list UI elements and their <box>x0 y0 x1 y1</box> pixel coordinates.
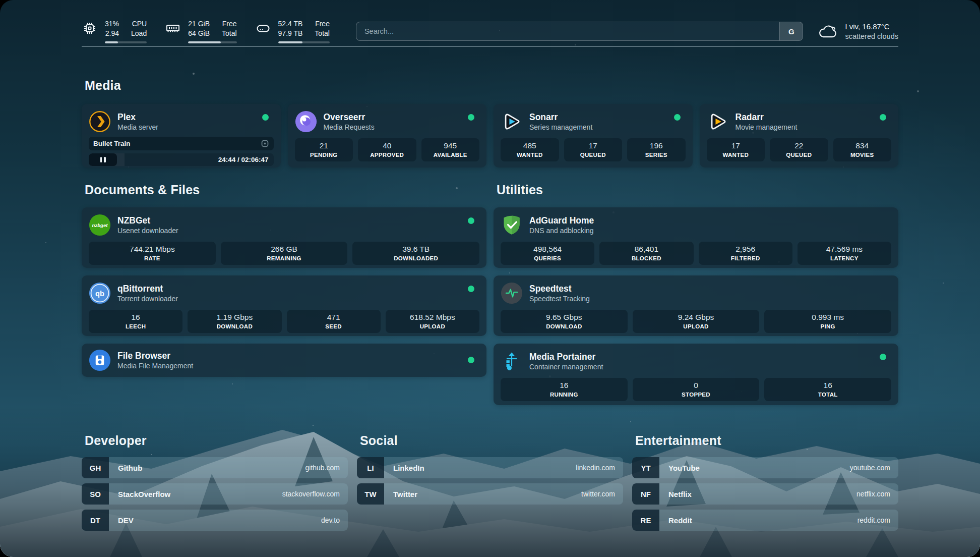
cpu-label: CPU <box>131 19 147 29</box>
ram-icon <box>165 20 181 36</box>
section-title-documents: Documents & Files <box>85 183 486 197</box>
bookmark-reddit[interactable]: RE Reddit reddit.com <box>632 510 898 531</box>
app-title: File Browser <box>117 350 193 361</box>
app-card-adguard[interactable]: AdGuard Home DNS and adblocking 498,564 … <box>494 207 898 268</box>
stat-box: 39.6 TB DOWNLOADED <box>352 242 479 265</box>
stat-box: 834 MOVIES <box>833 138 892 161</box>
cpu-icon <box>82 20 98 36</box>
stat-box: 16 LEECH <box>89 310 182 333</box>
status-dot <box>468 357 474 363</box>
pause-icon <box>100 157 102 162</box>
memory-free-label: Free <box>222 19 237 29</box>
snow-particles <box>0 0 1 1</box>
app-description: DNS and adblocking <box>529 226 594 235</box>
app-card-nzbget[interactable]: nzbget NZBGet Usenet downloader 744.21 M… <box>82 207 486 268</box>
sonarr-icon <box>501 110 523 133</box>
overseerr-icon <box>295 110 317 133</box>
status-dot <box>468 114 474 121</box>
status-dot <box>880 354 886 360</box>
stat-box: 16 TOTAL <box>764 378 891 401</box>
stat-box: 9.65 Gbps DOWNLOAD <box>501 310 628 333</box>
stat-box: 945 AVAILABLE <box>421 138 480 161</box>
status-dot <box>262 114 269 121</box>
app-title: Plex <box>117 112 158 123</box>
app-title: Sonarr <box>529 112 592 123</box>
memory-progress-bar <box>188 41 236 43</box>
stat-box: 0 STOPPED <box>633 378 760 401</box>
bookmark-url: twitter.com <box>581 490 615 498</box>
bookmark-netflix[interactable]: NF Netflix netflix.com <box>632 483 898 505</box>
bookmark-linkedin[interactable]: LI LinkedIn linkedin.com <box>357 457 623 478</box>
stat-box: 471 SEED <box>287 310 381 333</box>
app-card-overseerr[interactable]: Overseerr Media Requests 21 PENDING 40 A… <box>288 104 487 168</box>
bookmark-group-social: Social LI LinkedIn linkedin.com TW Twitt… <box>357 433 623 531</box>
app-description: Speedtest Tracking <box>529 294 590 303</box>
status-dot <box>674 114 681 121</box>
section-title-social: Social <box>360 433 623 448</box>
app-card-portainer[interactable]: Media Portainer Container management 16 … <box>494 344 898 405</box>
bookmark-github[interactable]: GH Github github.com <box>82 457 348 478</box>
app-card-radarr[interactable]: Radarr Movie management 17 WANTED 22 QUE… <box>700 104 899 168</box>
filebrowser-icon <box>89 349 111 371</box>
stat-box: 196 SERIES <box>627 138 686 161</box>
stat-box: 0.993 ms PING <box>764 310 891 333</box>
stat-box: 2,956 FILTERED <box>699 242 792 265</box>
bookmark-url: youtube.com <box>850 464 890 472</box>
cpu-progress-fill <box>105 41 118 43</box>
plex-icon <box>89 110 111 133</box>
section-title-developer: Developer <box>85 433 348 448</box>
pause-button[interactable] <box>89 153 117 166</box>
bookmark-youtube[interactable]: YT YouTube youtube.com <box>632 457 898 478</box>
google-search-button[interactable]: G <box>779 22 803 40</box>
bookmark-name: Github <box>118 464 142 472</box>
bookmark-url: reddit.com <box>858 516 890 524</box>
bookmark-name: LinkedIn <box>393 464 424 472</box>
app-card-sonarr[interactable]: Sonarr Series management 485 WANTED 17 Q… <box>494 104 693 168</box>
dashboard-screen: 31% 2.94 CPU Load <box>0 0 980 557</box>
disk-free-value: 52.4 TB <box>278 19 303 29</box>
stat-box: 22 QUEUED <box>770 138 828 161</box>
bookmark-stackoverflow[interactable]: SO StackOverflow stackoverflow.com <box>82 483 348 505</box>
app-card-qbittorrent[interactable]: qb qBittorrent Torrent downloader 16 <box>82 275 486 336</box>
bookmark-group-entertainment: Entertainment YT YouTube youtube.com NF … <box>632 433 898 531</box>
search-input[interactable] <box>356 22 779 40</box>
bookmark-dev[interactable]: DT DEV dev.to <box>82 510 348 531</box>
stat-box: 9.24 Gbps UPLOAD <box>633 310 760 333</box>
bookmark-name: YouTube <box>668 464 700 472</box>
speedtest-icon <box>501 282 523 304</box>
bookmark-group-developer: Developer GH Github github.com SO StackO… <box>82 433 348 531</box>
bookmark-abbr: TW <box>357 483 384 505</box>
app-title: Radarr <box>736 112 798 123</box>
bookmark-abbr: YT <box>632 457 659 478</box>
stat-box: 485 WANTED <box>501 138 559 161</box>
app-description: Media Requests <box>324 123 375 132</box>
disk-total-label: Total <box>315 29 330 38</box>
weather-widget: Lviv, 16.87°C scattered clouds <box>817 22 898 41</box>
disk-widget: 52.4 TB 97.9 TB Free Total <box>255 19 330 43</box>
nzbget-icon: nzbget <box>89 214 111 236</box>
search-bar: G <box>356 22 803 41</box>
header-divider <box>82 46 898 47</box>
app-title: NZBGet <box>117 215 178 226</box>
bookmark-twitter[interactable]: TW Twitter twitter.com <box>357 483 623 505</box>
bookmark-abbr: LI <box>357 457 384 478</box>
stat-box: 21 PENDING <box>295 138 353 161</box>
app-card-plex[interactable]: Plex Media server Bullet Train <box>82 104 281 168</box>
stat-box: 86,401 BLOCKED <box>599 242 693 265</box>
bookmark-abbr: NF <box>632 483 659 505</box>
stat-box: 47.569 ms LATENCY <box>798 242 891 265</box>
stat-box: 17 WANTED <box>707 138 765 161</box>
memory-progress-fill <box>188 41 221 43</box>
status-dot <box>880 114 886 121</box>
stat-box: 618.52 Mbps UPLOAD <box>386 310 479 333</box>
app-description: Media server <box>117 123 158 132</box>
memory-total-value: 64 GiB <box>188 29 210 38</box>
app-card-speedtest[interactable]: Speedtest Speedtest Tracking 9.65 Gbps D… <box>494 275 898 336</box>
app-description: Movie management <box>736 123 798 132</box>
bookmark-name: Twitter <box>393 490 417 498</box>
app-card-filebrowser[interactable]: File Browser Media File Management <box>82 344 486 377</box>
status-dot <box>468 286 474 292</box>
bookmark-abbr: DT <box>82 510 109 531</box>
cpu-usage-value: 31% <box>105 19 119 29</box>
stat-box: 266 GB REMAINING <box>221 242 348 265</box>
